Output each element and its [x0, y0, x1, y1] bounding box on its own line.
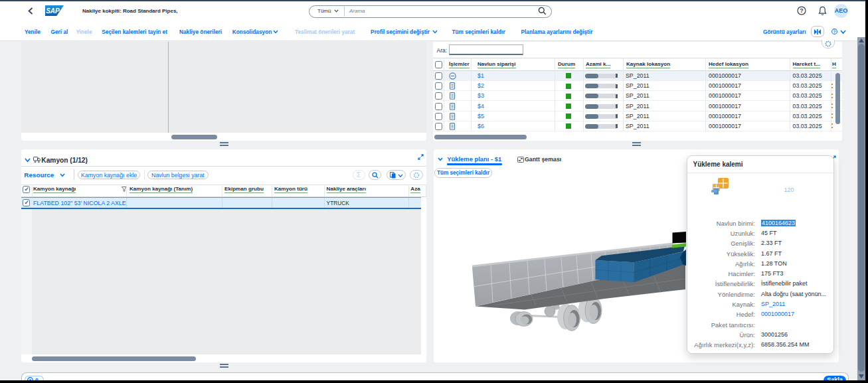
svg-text:SAP: SAP [46, 7, 60, 15]
svg-text:?: ? [800, 7, 803, 14]
svg-text:?: ? [833, 30, 836, 34]
